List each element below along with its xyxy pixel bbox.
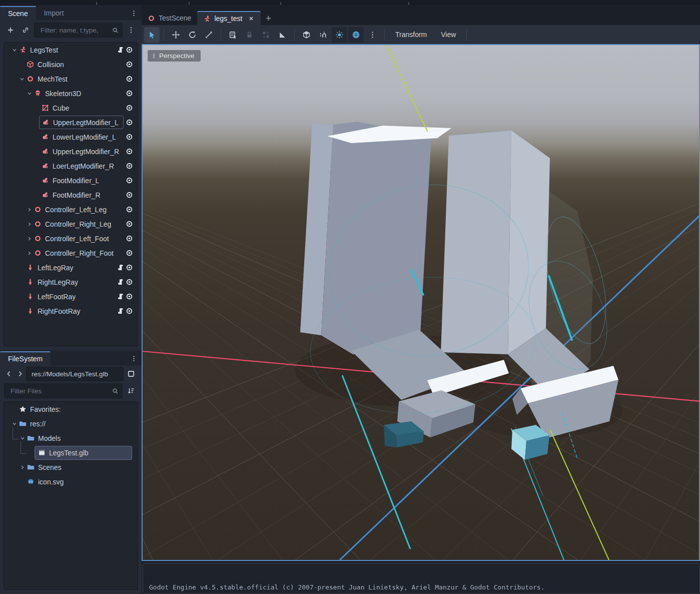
select-tool-button[interactable] (144, 27, 160, 43)
scene-node-lowerlegmodifier-l[interactable]: LowerLegModifier_L (4, 130, 138, 144)
nav-back-button[interactable] (4, 367, 14, 380)
visibility-eye-icon[interactable] (125, 293, 134, 301)
scale-tool-button[interactable] (201, 27, 217, 43)
script-icon[interactable] (116, 278, 125, 286)
scene-dock: Scene Import LegsTestCollisionMechTestSk… (0, 5, 142, 350)
visibility-eye-icon[interactable] (125, 307, 134, 315)
scene-filter-input[interactable] (40, 26, 112, 35)
tab-filesystem[interactable]: FileSystem (0, 351, 51, 365)
scene-node-collision[interactable]: Collision (4, 57, 138, 72)
chevron-right-icon[interactable] (18, 463, 27, 471)
scene-node-controller-left-foot[interactable]: Controller_Left_Foot (4, 231, 138, 246)
preview-environment-toggle[interactable] (348, 27, 364, 43)
tab-import[interactable]: Import (36, 6, 72, 20)
nav-forward-button[interactable] (15, 367, 25, 380)
move-tool-button[interactable] (168, 27, 184, 43)
viewport-3d[interactable]: Perspective (142, 44, 700, 561)
scene-node-footmodifier-l[interactable]: FootModifier_L (4, 173, 138, 188)
fs-item-favorites[interactable]: Favorites: (4, 402, 138, 416)
scene-node-controller-right-foot[interactable]: Controller_Right_Foot (4, 246, 138, 260)
chevron-right-icon[interactable] (25, 206, 34, 214)
scene-node-cube[interactable]: Cube (4, 101, 138, 115)
sort-files-button[interactable] (125, 384, 138, 397)
visibility-eye-icon[interactable] (125, 90, 134, 98)
visibility-eye-icon[interactable] (125, 191, 134, 199)
visibility-eye-icon[interactable] (125, 206, 134, 214)
visibility-eye-icon[interactable] (125, 177, 134, 185)
scene-node-mechtest[interactable]: MechTest (4, 72, 138, 86)
list-select-tool-button[interactable] (225, 27, 241, 43)
filesystem-dock-menu-icon[interactable] (126, 351, 142, 365)
chevron-right-icon[interactable] (25, 249, 34, 257)
group-selected-button[interactable] (258, 27, 274, 43)
visibility-eye-icon[interactable] (125, 104, 134, 112)
current-path-input[interactable] (31, 370, 119, 378)
visibility-eye-icon[interactable] (125, 119, 134, 127)
output-console[interactable]: Godot Engine v4.5.stable.official (c) 20… (143, 563, 700, 594)
scene-node-upperlegtmodifier-r[interactable]: UpperLegtModifier_R (4, 144, 138, 159)
lock-selected-button[interactable] (242, 27, 257, 43)
scene-node-skeleton3d[interactable]: Skeleton3D (4, 86, 138, 101)
scene-node-leftlegray[interactable]: LeftLegRay (4, 260, 138, 275)
script-icon[interactable] (116, 293, 125, 301)
transform-menu[interactable]: Transform (388, 25, 434, 44)
view-menu[interactable]: View (434, 25, 463, 44)
visibility-eye-icon[interactable] (125, 162, 134, 170)
scene-node-rightfootray[interactable]: RightFootRay (4, 304, 138, 318)
close-icon[interactable] (248, 15, 255, 22)
scene-node-legstest[interactable]: LegsTest (4, 43, 138, 57)
chevron-right-icon[interactable] (25, 220, 34, 228)
tab-scene[interactable]: Scene (0, 6, 36, 20)
visibility-eye-icon[interactable] (125, 220, 134, 228)
scene-filter-field[interactable] (34, 23, 123, 38)
scene-node-loerlegtmodifier-r[interactable]: LoerLegtModifier_R (4, 159, 138, 173)
script-icon[interactable] (116, 307, 125, 315)
instance-scene-button[interactable] (19, 24, 32, 37)
scene-node-upperlegtmodifier-l[interactable]: UpperLegtModifier_L (4, 115, 138, 130)
visibility-eye-icon[interactable] (125, 148, 134, 156)
scene-tree-menu-icon[interactable] (125, 24, 138, 37)
fs-item-res[interactable]: res:// (4, 416, 138, 431)
visibility-eye-icon[interactable] (125, 249, 134, 257)
ruler-tool-button[interactable] (275, 27, 290, 43)
rotate-tool-button[interactable] (185, 27, 200, 43)
script-icon[interactable] (116, 46, 125, 54)
scene-node-footmodifier-r[interactable]: FootModifier_R (4, 188, 138, 202)
preview-sunlight-toggle[interactable] (332, 27, 347, 43)
scene-node-controller-right-leg[interactable]: Controller_Right_Leg (4, 217, 138, 231)
file-filter-field[interactable] (4, 383, 123, 398)
scene-node-leftfootray[interactable]: LeftFootRay (4, 289, 138, 304)
visibility-eye-icon[interactable] (125, 61, 134, 69)
scene-tab-legs-test[interactable]: legs_test (197, 11, 261, 25)
visibility-eye-icon[interactable] (125, 278, 134, 286)
chevron-down-icon[interactable] (10, 46, 19, 54)
scene-tab-testscene[interactable]: TestScene (142, 11, 197, 25)
visibility-eye-icon[interactable] (125, 75, 134, 83)
toggle-split-mode-button[interactable] (125, 367, 138, 380)
script-icon[interactable] (116, 264, 125, 272)
search-icon (112, 27, 119, 34)
visibility-eye-icon[interactable] (125, 235, 134, 243)
tree-guide-line (21, 441, 27, 454)
new-scene-tab-button[interactable] (261, 11, 276, 25)
tool-lock-icon (245, 31, 254, 39)
chevron-right-icon[interactable] (25, 235, 34, 243)
scene-node-controller-left-leg[interactable]: Controller_Left_Leg (4, 202, 138, 217)
local-space-toggle-button[interactable] (315, 27, 331, 43)
add-node-button[interactable] (4, 24, 17, 37)
visibility-eye-icon[interactable] (125, 133, 134, 141)
fs-item-legstest-glb[interactable]: LegsTest.glb (4, 445, 138, 460)
sun-environ-options-icon[interactable] (365, 27, 380, 43)
chevron-down-icon[interactable] (25, 90, 34, 98)
current-path-field[interactable] (26, 367, 124, 381)
scene-dock-menu-icon[interactable] (126, 6, 142, 20)
perspective-button[interactable]: Perspective (148, 50, 201, 62)
scene-node-rightlegray[interactable]: RightLegRay (4, 275, 138, 289)
chevron-down-icon[interactable] (18, 75, 26, 83)
file-filter-input[interactable] (10, 387, 112, 395)
fs-item-scenes[interactable]: Scenes (4, 460, 138, 474)
snap-toggle-button[interactable] (299, 27, 314, 43)
visibility-eye-icon[interactable] (125, 46, 134, 54)
visibility-eye-icon[interactable] (125, 264, 134, 272)
fs-item-icon-svg[interactable]: icon.svg (4, 474, 138, 489)
